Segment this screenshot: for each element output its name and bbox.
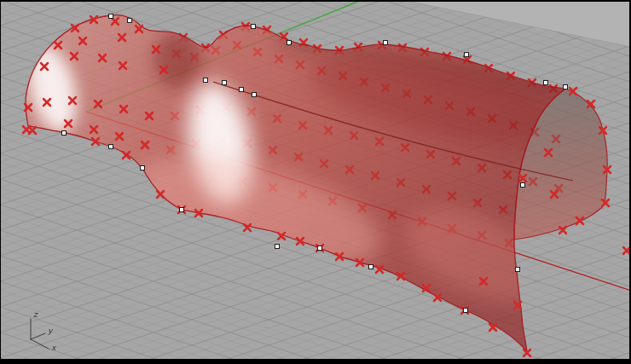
control-point[interactable]: [252, 93, 257, 97]
control-point[interactable]: [109, 14, 113, 19]
control-point[interactable]: [109, 145, 113, 149]
control-point[interactable]: [62, 131, 67, 136]
control-point[interactable]: [369, 265, 373, 269]
rhino-viewport[interactable]: z y x: [0, 0, 631, 364]
control-point[interactable]: [521, 183, 525, 188]
control-point[interactable]: [384, 41, 388, 45]
control-point[interactable]: [128, 19, 132, 23]
control-point[interactable]: [564, 85, 568, 90]
control-point[interactable]: [141, 166, 145, 170]
viewport-stage: z y x: [0, 0, 631, 364]
control-point[interactable]: [180, 208, 184, 212]
control-point[interactable]: [465, 53, 469, 57]
control-point[interactable]: [275, 245, 280, 249]
control-point[interactable]: [516, 268, 520, 272]
control-point[interactable]: [287, 41, 292, 45]
control-point[interactable]: [544, 81, 548, 85]
control-point[interactable]: [204, 78, 208, 83]
control-point[interactable]: [318, 246, 322, 251]
control-point[interactable]: [252, 25, 256, 29]
control-point[interactable]: [240, 88, 244, 92]
control-point[interactable]: [464, 309, 468, 313]
control-point[interactable]: [223, 81, 227, 85]
